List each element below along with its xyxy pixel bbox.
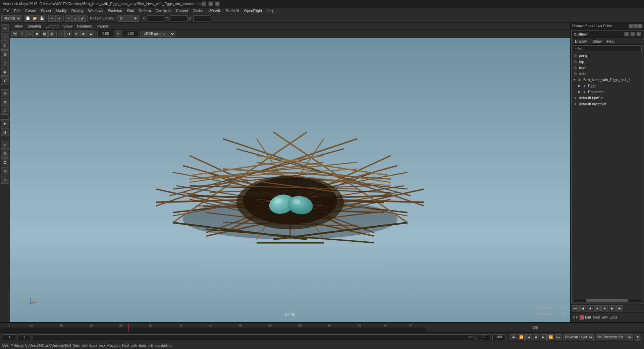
outliner-search-input[interactable] (573, 45, 642, 51)
show-manip-btn[interactable]: ⊛ (1, 89, 9, 97)
char-set-select[interactable]: No Character Set (596, 334, 633, 340)
anim-settings-btn[interactable]: ⚙ (635, 334, 641, 341)
channel-box-minimize[interactable]: – (629, 24, 633, 28)
layer1-btn[interactable]: ≡ (1, 141, 9, 149)
menu-openflight[interactable]: OpenFlight (242, 8, 264, 13)
menu-deform[interactable]: Deform (137, 8, 153, 13)
stop-main-btn[interactable]: ■ (533, 334, 539, 340)
menu-cache[interactable]: Cache (191, 8, 205, 13)
y-input[interactable] (171, 15, 187, 21)
range-end-start-input[interactable] (477, 334, 490, 340)
exposure-input[interactable] (97, 31, 114, 37)
select-tool-btn[interactable]: ✦ (1, 24, 9, 32)
snap-live-btn[interactable]: ⊟ (1, 107, 9, 115)
play-back-btn[interactable]: ◄ (587, 305, 593, 311)
timeline-track[interactable]: 5 10 15 20 25 30 35 40 45 50 55 60 65 70… (0, 323, 426, 332)
channel-box-close[interactable]: ✕ (638, 24, 643, 28)
menu-help[interactable]: Help (265, 8, 276, 13)
play-fwd-btn[interactable]: ► (601, 305, 608, 311)
outliner-close[interactable]: ✕ (636, 32, 641, 37)
menu-create[interactable]: Create (23, 8, 38, 13)
outliner-menu-show[interactable]: Show (590, 39, 604, 44)
vp-menu-lighting[interactable]: Lighting (44, 24, 61, 28)
range-start-input[interactable] (3, 334, 16, 340)
jump-start-btn[interactable]: ⏮ (572, 305, 579, 311)
colorspace-select[interactable]: sRGB gamma (142, 31, 175, 37)
gamma-toggle-btn[interactable]: γ (115, 31, 121, 37)
layer5-btn[interactable]: ⊡ (1, 176, 9, 184)
outliner-item-front[interactable]: 🎥 front (572, 65, 643, 71)
jump-start-main-btn[interactable]: ⏮ (511, 334, 517, 340)
vp-menu-panels[interactable]: Panels (95, 24, 111, 28)
render-btn[interactable]: ▶ (1, 119, 9, 127)
menu-display[interactable]: Display (69, 8, 86, 13)
paint-btn[interactable]: 🖌 (79, 15, 86, 22)
snap-surface-btn[interactable]: ⊠ (1, 98, 9, 106)
play-fwd-main-btn[interactable]: ► (540, 334, 547, 340)
current-frame-input[interactable] (17, 334, 31, 340)
undo-btn[interactable]: ↩ (48, 15, 55, 22)
rig-mode-select[interactable]: Rigging (1, 15, 21, 21)
menu-edit[interactable]: Edit (12, 8, 22, 13)
new-file-btn[interactable]: 📄 (24, 15, 31, 22)
outliner-item-persp[interactable]: 🎥 persp (572, 53, 643, 59)
move-tool-btn[interactable]: ✛ (1, 33, 9, 41)
menu-windows[interactable]: Windows (86, 8, 105, 13)
vp-menu-shading[interactable]: Shading (25, 24, 43, 28)
scroll-thumb[interactable] (586, 299, 628, 302)
save-file-btn[interactable]: 💾 (39, 15, 45, 22)
range-end-input[interactable] (492, 334, 506, 340)
menu-control[interactable]: Control (174, 8, 190, 13)
select-btn[interactable]: ⊹ (65, 15, 72, 22)
texture-btn[interactable]: ▤ (48, 31, 55, 37)
outliner-maximize[interactable]: □ (630, 32, 635, 37)
menu-select[interactable]: Select (39, 8, 53, 13)
channel-box-maximize[interactable]: □ (633, 24, 638, 28)
minimize-button[interactable]: – (202, 1, 206, 6)
vp-menu-renderer[interactable]: Renderer (75, 24, 95, 28)
layer3-btn[interactable]: ≣ (1, 158, 9, 166)
lighting-all-btn[interactable]: ● (73, 31, 79, 37)
menu-skeleton[interactable]: Skeleton (106, 8, 124, 13)
ambient-occlusion-btn[interactable]: ◒ (88, 31, 94, 37)
menu-skin[interactable]: Skin (125, 8, 136, 13)
snap-point-btn[interactable]: ⊕ (132, 15, 139, 22)
smooth-btn[interactable]: ■ (34, 31, 40, 37)
menu-modify[interactable]: Modify (54, 8, 68, 13)
rotate-tool-btn[interactable]: ↻ (1, 42, 9, 50)
ipr-btn[interactable]: ◑ (1, 128, 9, 136)
scroll-track[interactable] (572, 299, 642, 302)
anim-layer-select[interactable]: No Anim Layer (564, 334, 594, 340)
universal-tool-btn[interactable]: ⊡ (1, 59, 9, 67)
snap-grid-btn[interactable]: ⊞ (118, 15, 124, 22)
maximize-button[interactable]: □ (208, 1, 213, 6)
menu-redshift[interactable]: Redshift (224, 8, 241, 13)
menu-file[interactable]: File (1, 8, 11, 13)
shadow-btn[interactable]: ◐ (80, 31, 87, 37)
gamma-input[interactable] (122, 31, 139, 37)
scale-tool-btn[interactable]: ⊞ (1, 50, 9, 58)
menu-3dsall[interactable]: -3DsAll- (206, 8, 223, 13)
menu-constrain[interactable]: Constrain (154, 8, 173, 13)
wireframe-btn[interactable]: □ (26, 31, 33, 37)
redo-btn[interactable]: ↪ (55, 15, 62, 22)
layer4-btn[interactable]: ⊟ (1, 167, 9, 175)
open-file-btn[interactable]: 📂 (32, 15, 38, 22)
flat-btn[interactable]: ▦ (41, 31, 48, 37)
outliner-item-side[interactable]: 🎥 side (572, 71, 643, 77)
outliner-item-defaultlightset[interactable]: ● defaultLightSet (572, 95, 643, 101)
outliner-item-top[interactable]: 🎥 top (572, 59, 643, 65)
soft-mod-btn[interactable]: ◉ (1, 68, 9, 76)
lighting-default-btn[interactable]: ◑ (65, 31, 72, 37)
step-back-btn[interactable]: ⏪ (518, 334, 525, 340)
timeline-playhead[interactable] (128, 323, 128, 332)
outliner-scrollbar[interactable] (572, 298, 643, 303)
paint-skin-btn[interactable]: 🖌 (1, 76, 9, 84)
snap-curve-btn[interactable]: ⌒ (125, 15, 131, 22)
vp-menu-view[interactable]: View (13, 24, 25, 28)
stop-btn[interactable]: ■ (594, 305, 601, 311)
step-fwd-btn[interactable]: ⏩ (547, 334, 554, 340)
jump-end-main-btn[interactable]: ⏭ (555, 334, 561, 340)
outliner-minimize[interactable]: – (624, 32, 629, 37)
x-input[interactable] (148, 15, 164, 21)
